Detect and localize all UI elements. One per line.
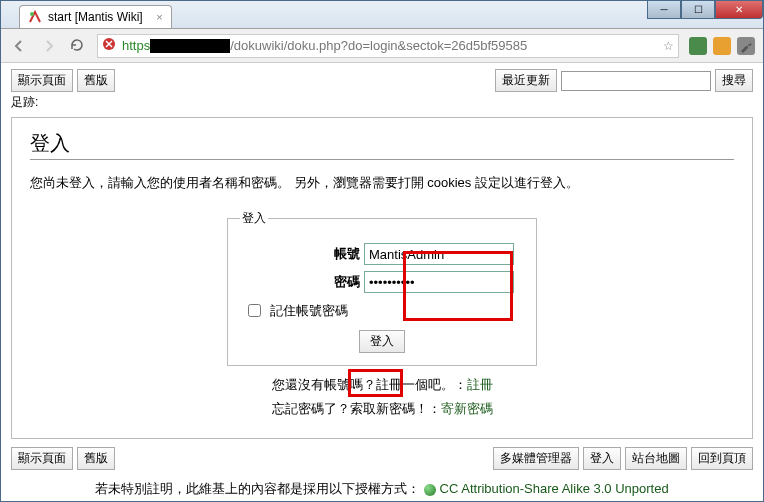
- login-submit-button[interactable]: 登入: [359, 330, 405, 353]
- show-page-button-bottom[interactable]: 顯示頁面: [11, 447, 73, 470]
- window-controls: ─ ☐ ✕: [647, 1, 763, 19]
- search-input[interactable]: [561, 71, 711, 91]
- back-to-top-button[interactable]: 回到頁頂: [691, 447, 753, 470]
- login-legend: 登入: [240, 210, 268, 227]
- favicon-icon: [28, 10, 42, 24]
- old-versions-button[interactable]: 舊版: [77, 69, 115, 92]
- extension-icon[interactable]: [713, 37, 731, 55]
- page-title: 登入: [30, 130, 734, 160]
- bookmark-star-icon[interactable]: ☆: [663, 39, 674, 53]
- bottom-toolbar: 顯示頁面 舊版 多媒體管理器 登入 站台地圖 回到頁頂: [11, 447, 753, 470]
- back-button[interactable]: [9, 36, 29, 56]
- password-input[interactable]: [364, 271, 514, 293]
- url-text: https/dokuwiki/doku.php?do=login&sectok=…: [122, 38, 527, 54]
- extension-icons: [689, 37, 755, 55]
- forward-button[interactable]: [39, 36, 59, 56]
- ssl-warning-icon: [102, 37, 116, 54]
- maximize-button[interactable]: ☐: [681, 1, 715, 19]
- breadcrumb: 足跡:: [11, 94, 753, 111]
- register-line: 您還沒有帳號嗎？註冊一個吧。：註冊: [30, 376, 734, 394]
- globe-icon: [424, 484, 436, 496]
- register-link[interactable]: 註冊: [467, 377, 493, 392]
- remember-label: 記住帳號密碼: [270, 302, 348, 320]
- recent-update-button[interactable]: 最近更新: [495, 69, 557, 92]
- wrench-menu-icon[interactable]: [737, 37, 755, 55]
- login-description: 您尚未登入，請輸入您的使用者名稱和密碼。 另外，瀏覽器需要打開 cookies …: [30, 174, 734, 192]
- old-versions-button-bottom[interactable]: 舊版: [77, 447, 115, 470]
- browser-tab[interactable]: start [Mantis Wiki] ×: [19, 5, 172, 28]
- svg-point-1: [30, 12, 34, 16]
- footer-license: 若未特別註明，此維基上的內容都是採用以下授權方式： CC Attribution…: [11, 480, 753, 498]
- close-window-button[interactable]: ✕: [715, 1, 763, 19]
- evernote-extension-icon[interactable]: [689, 37, 707, 55]
- minimize-button[interactable]: ─: [647, 1, 681, 19]
- url-input[interactable]: https/dokuwiki/doku.php?do=login&sectok=…: [97, 34, 679, 58]
- browser-window: start [Mantis Wiki] × ─ ☐ ✕ https/dokuwi…: [0, 0, 764, 502]
- sitemap-button[interactable]: 站台地圖: [625, 447, 687, 470]
- forgot-line: 忘記密碼了？索取新密碼！：寄新密碼: [30, 400, 734, 418]
- main-content-box: 登入 您尚未登入，請輸入您的使用者名稱和密碼。 另外，瀏覽器需要打開 cooki…: [11, 117, 753, 439]
- license-link[interactable]: CC Attribution-Share Alike 3.0 Unported: [440, 481, 669, 496]
- page-content-scroll[interactable]: 顯示頁面 舊版 最近更新 搜尋 足跡: 登入 您尚未登入，請輸入您的使用者名稱和…: [1, 63, 763, 501]
- password-label: 密碼: [250, 273, 360, 291]
- remember-checkbox[interactable]: [248, 304, 261, 317]
- reload-button[interactable]: [69, 37, 87, 55]
- address-bar: https/dokuwiki/doku.php?do=login&sectok=…: [1, 29, 763, 63]
- search-button[interactable]: 搜尋: [715, 69, 753, 92]
- account-label: 帳號: [250, 245, 360, 263]
- account-input[interactable]: [364, 243, 514, 265]
- show-page-button[interactable]: 顯示頁面: [11, 69, 73, 92]
- tab-title: start [Mantis Wiki]: [48, 10, 143, 24]
- forgot-password-link[interactable]: 寄新密碼: [441, 401, 493, 416]
- login-button-bottom[interactable]: 登入: [583, 447, 621, 470]
- window-titlebar: start [Mantis Wiki] × ─ ☐ ✕: [1, 1, 763, 29]
- redacted-host: [150, 39, 230, 53]
- login-form: 登入 帳號 密碼 記住帳號密碼: [227, 210, 537, 366]
- media-manager-button[interactable]: 多媒體管理器: [493, 447, 579, 470]
- top-toolbar: 顯示頁面 舊版 最近更新 搜尋: [11, 69, 753, 92]
- close-tab-icon[interactable]: ×: [156, 11, 162, 23]
